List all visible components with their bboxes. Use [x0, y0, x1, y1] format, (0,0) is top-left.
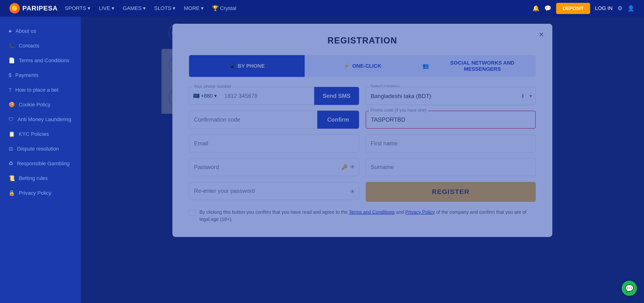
- sidebar-item-aml[interactable]: 🛡 Anti Money Laundering: [0, 112, 81, 127]
- chevron-down-icon: ▾: [112, 5, 114, 12]
- firstname-group: [366, 134, 536, 152]
- sidebar-item-terms[interactable]: 📄 Terms and Conditions: [0, 53, 81, 68]
- registration-tabs: 📱 BY PHONE ⚡ ONE-CLICK 👥 SOCIAL NETWORKS…: [189, 55, 536, 77]
- country-code: +880: [201, 93, 213, 99]
- circle-icon: ●: [8, 28, 12, 34]
- promo-code-input[interactable]: [366, 111, 536, 129]
- sidebar-item-about[interactable]: ● About us: [0, 24, 81, 38]
- tab-by-phone[interactable]: 📱 BY PHONE: [189, 55, 305, 77]
- deposit-button[interactable]: DEPOSIT: [556, 3, 590, 14]
- send-sms-button[interactable]: Send SMS: [314, 87, 359, 105]
- settings-icon[interactable]: ⚙: [618, 5, 623, 12]
- phone-group: Your phone number 🇧🇩 +880 ▾ Send SMS: [189, 87, 359, 105]
- trophy-icon: 🏆: [212, 5, 218, 12]
- topnav: 🟡 PARIPESA SPORTS ▾ LIVE ▾ GAMES ▾ SLOTS…: [0, 0, 644, 16]
- lock-icon: 🔒: [8, 190, 15, 196]
- nav-items: SPORTS ▾ LIVE ▾ GAMES ▾ SLOTS ▾ MORE ▾ 🏆…: [65, 5, 236, 12]
- first-name-input[interactable]: [366, 134, 536, 152]
- currency-group: Select currency Bangladeshi taka (BDT) ℹ…: [366, 87, 536, 105]
- clipboard-icon: 📋: [8, 131, 15, 137]
- password-icons: 🔑 👁: [341, 164, 355, 170]
- sidebar-item-kyc[interactable]: 📋 KYC Policies: [0, 127, 81, 142]
- nav-slots[interactable]: SLOTS ▾: [154, 5, 175, 12]
- people-icon: 👥: [422, 63, 429, 69]
- key-icon: 🔑: [341, 164, 348, 170]
- currency-select-wrapper: Bangladeshi taka (BDT) ℹ ▾: [366, 87, 536, 105]
- reenter-password-group: 👁: [189, 182, 359, 202]
- password-surname-row: 🔑 👁: [189, 158, 536, 176]
- nav-right: 🔔 💬 DEPOSIT LOG IN ⚙ 👤: [532, 3, 634, 14]
- scroll-icon: 📜: [8, 175, 15, 182]
- promo-label: Promo code (if you have one): [369, 108, 428, 113]
- sidebar: ● About us 📞 Contacts 📄 Terms and Condit…: [0, 16, 81, 303]
- info-icon: ℹ: [522, 93, 524, 99]
- cookie-icon: 🍪: [8, 102, 15, 108]
- phone-input[interactable]: [220, 87, 314, 105]
- brand-name: PARIPESA: [22, 4, 58, 12]
- register-button[interactable]: REGISTER: [366, 182, 536, 202]
- privacy-policy-link[interactable]: Privacy Policy: [405, 210, 435, 215]
- chat-icon: 💬: [625, 284, 634, 292]
- surname-input[interactable]: [366, 158, 536, 176]
- user-icon[interactable]: 👤: [628, 5, 634, 12]
- chat-button[interactable]: 💬: [622, 281, 637, 296]
- surname-group: [366, 158, 536, 176]
- terms-text: By clicking this button you confirm that…: [200, 208, 536, 223]
- reenter-register-row: 👁 REGISTER: [189, 182, 536, 202]
- phone-currency-row: Your phone number 🇧🇩 +880 ▾ Send SMS: [189, 87, 536, 105]
- eye-icon[interactable]: 👁: [350, 164, 355, 170]
- brand-logo[interactable]: 🟡 PARIPESA: [10, 3, 58, 14]
- email-group: [189, 134, 359, 152]
- bell-icon[interactable]: 🔔: [532, 5, 540, 12]
- chevron-down-icon: ▾: [201, 5, 204, 12]
- chevron-down-icon: ▾: [143, 5, 146, 12]
- nav-live[interactable]: LIVE ▾: [99, 5, 114, 12]
- sidebar-item-dispute[interactable]: ⚖ Dispute resolution: [0, 142, 81, 156]
- email-input[interactable]: [189, 134, 359, 152]
- sidebar-item-responsible[interactable]: ♻ Responsible Gambling: [0, 156, 81, 171]
- document-icon: 📄: [8, 58, 15, 64]
- scale-icon: ⚖: [8, 146, 13, 152]
- eye-icon[interactable]: 👁: [350, 189, 355, 195]
- notifications-icon[interactable]: 💬: [544, 5, 552, 12]
- nav-games[interactable]: GAMES ▾: [123, 5, 146, 12]
- nav-sports[interactable]: SPORTS ▾: [65, 5, 90, 12]
- nav-trophy[interactable]: 🏆 Crystal: [212, 5, 236, 12]
- sidebar-item-cookie[interactable]: 🍪 Cookie Policy: [0, 97, 81, 112]
- reenter-password-input[interactable]: [189, 182, 359, 200]
- currency-select[interactable]: Bangladeshi taka (BDT): [366, 87, 536, 105]
- modal-backdrop: × REGISTRATION 📱 BY PHONE ⚡ ONE-CLICK 👥 …: [81, 16, 644, 303]
- chevron-down-icon: ▾: [88, 5, 90, 12]
- terms-conditions-link[interactable]: Terms and Conditions: [349, 210, 395, 215]
- register-group: REGISTER: [366, 182, 536, 202]
- sidebar-item-how-to-bet[interactable]: ? How to place a bet: [0, 83, 81, 97]
- main-content: ⚽ Bonus for sports betting Welcome bonus…: [81, 16, 644, 303]
- reenter-password-icons: 👁: [350, 189, 355, 195]
- chevron-down-icon: ▾: [214, 93, 217, 99]
- terms-checkbox[interactable]: [189, 210, 196, 216]
- phone-label: Your phone number: [192, 84, 232, 89]
- shield-icon: 🛡: [8, 116, 14, 122]
- logo-icon: 🟡: [10, 3, 20, 14]
- tab-social[interactable]: 👥 SOCIAL NETWORKS AND MESSENGERS: [420, 55, 536, 77]
- password-input[interactable]: [189, 158, 359, 176]
- sidebar-item-betting[interactable]: 📜 Betting rules: [0, 171, 81, 186]
- email-firstname-row: [189, 134, 536, 152]
- phone-row: 🇧🇩 +880 ▾ Send SMS: [189, 87, 359, 105]
- flag-emoji: 🇧🇩: [193, 93, 200, 99]
- question-icon: ?: [8, 87, 12, 93]
- phone-tab-icon: 📱: [229, 63, 235, 69]
- sidebar-item-contacts[interactable]: 📞 Contacts: [0, 38, 81, 53]
- dollar-icon: $: [8, 72, 12, 78]
- close-button[interactable]: ×: [539, 30, 544, 39]
- confirmation-code-input[interactable]: [189, 111, 317, 129]
- promo-group: Promo code (if you have one): [366, 111, 536, 129]
- sidebar-item-payments[interactable]: $ Payments: [0, 68, 81, 83]
- login-button[interactable]: LOG IN: [595, 5, 613, 12]
- confirmation-row: Confirm: [189, 111, 359, 129]
- nav-more[interactable]: MORE ▾: [184, 5, 204, 12]
- sidebar-item-privacy[interactable]: 🔒 Privacy Policy: [0, 186, 81, 200]
- confirm-button[interactable]: Confirm: [317, 111, 359, 129]
- country-flag-selector[interactable]: 🇧🇩 +880 ▾: [189, 87, 220, 105]
- tab-one-click[interactable]: ⚡ ONE-CLICK: [305, 55, 420, 77]
